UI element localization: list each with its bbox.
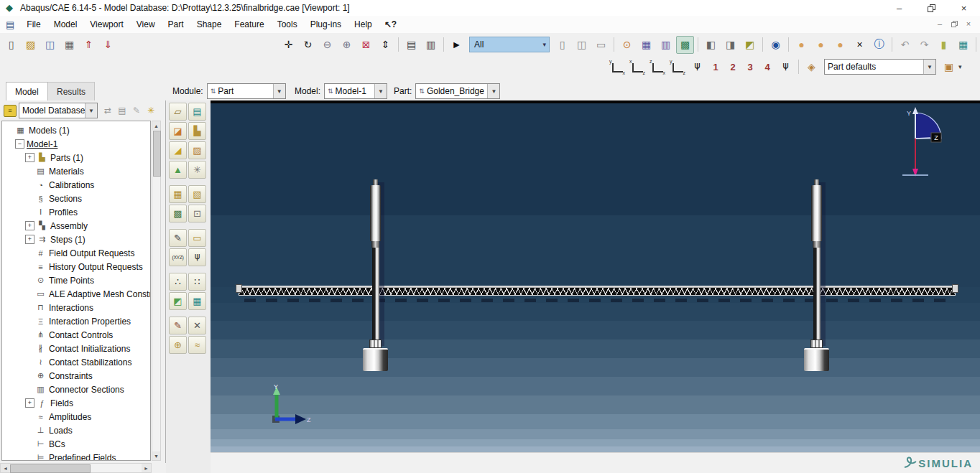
tree-item-connector-sections[interactable]: ▥Connector Sections: [2, 383, 150, 396]
selection-filter-dropdown[interactable]: All: [469, 37, 550, 52]
scrollbar-thumb[interactable]: [10, 464, 91, 473]
tree-horizontal-scrollbar[interactable]: ◄ ►: [0, 463, 152, 473]
globe-icon[interactable]: ◉: [767, 36, 785, 54]
tree-item-interactions[interactable]: ⊓Interactions: [2, 301, 150, 314]
compass-toggle-icon[interactable]: ▭: [592, 36, 610, 54]
attach-tool[interactable]: ⊕: [169, 336, 187, 354]
perspective-icon[interactable]: ◩: [741, 36, 759, 54]
feature-manager-tool[interactable]: ▦: [169, 185, 187, 203]
annotation-list-icon[interactable]: ▥: [422, 36, 440, 54]
color-code-icon[interactable]: ▦: [954, 36, 972, 54]
tree-item-contact-initializations[interactable]: ∦Contact Initializations: [2, 342, 150, 355]
expander-icon[interactable]: +: [25, 153, 34, 162]
sketch-tool[interactable]: ✎: [169, 229, 187, 247]
menu-part[interactable]: Part: [162, 17, 190, 32]
tree-item-history-output-requests[interactable]: ≡History Output Requests: [2, 260, 150, 273]
pan-view-icon[interactable]: ✛: [279, 36, 297, 54]
light-b-icon[interactable]: ●: [812, 36, 830, 54]
partition-point-tool[interactable]: ∴: [169, 273, 187, 291]
tree-item-models-1-[interactable]: ▦Models (1): [2, 123, 150, 137]
menu-feature[interactable]: Feature: [228, 17, 270, 32]
tree-item-parts-1-[interactable]: +▙Parts (1): [2, 151, 150, 164]
zoom-out-icon[interactable]: ⊖: [318, 36, 336, 54]
expander-icon[interactable]: +: [25, 235, 34, 244]
scroll-up-icon[interactable]: ▲: [152, 121, 160, 130]
expander-icon[interactable]: −: [15, 139, 24, 149]
create-cut-tool[interactable]: ▨: [188, 141, 206, 159]
view-zx-icon[interactable]: zx: [650, 60, 665, 74]
menu-help[interactable]: Help: [348, 17, 379, 32]
chevron-down-icon[interactable]: ▼: [374, 84, 387, 98]
chevron-down-icon[interactable]: ▼: [273, 84, 285, 98]
tree-item-predefined-fields[interactable]: ⊨Predefined Fields: [2, 451, 150, 461]
marker-x-icon[interactable]: ×: [851, 36, 869, 54]
print-icon[interactable]: ▦: [60, 36, 78, 54]
tree-item-contact-controls[interactable]: ⋔Contact Controls: [2, 328, 150, 342]
dropdown-caret-icon[interactable]: ▾: [958, 63, 962, 70]
list-view-icon[interactable]: ▤: [116, 104, 129, 117]
partition-cell-tool[interactable]: ▦: [188, 292, 206, 310]
menu-model[interactable]: Model: [47, 17, 84, 32]
view-number-3[interactable]: 3: [741, 62, 759, 72]
link-viewports-icon[interactable]: ▯: [553, 36, 571, 54]
tree-item-contact-stabilizations[interactable]: ≀Contact Stabilizations: [2, 355, 150, 369]
create-shell-tool[interactable]: ▙: [188, 122, 206, 140]
tree-item-model-1[interactable]: −Model-1: [2, 137, 150, 151]
partition-axis-tool[interactable]: ∷: [188, 273, 206, 291]
tree-item-fields[interactable]: +ƒFields: [2, 396, 150, 410]
mirror-tool[interactable]: ✳: [188, 161, 206, 179]
tree-item-constraints[interactable]: ⊕Constraints: [2, 369, 150, 383]
light-c-icon[interactable]: ●: [831, 36, 849, 54]
redo-icon[interactable]: ↷: [915, 36, 933, 54]
visual-options-icon[interactable]: ▣: [940, 58, 958, 76]
highlight-icon[interactable]: ⊙: [618, 36, 636, 54]
context-help-icon[interactable]: ↖?: [384, 19, 397, 29]
menu-viewport[interactable]: Viewport: [83, 17, 129, 32]
tree-item-ale-adaptive-mesh-constr[interactable]: ▭ALE Adaptive Mesh Constr: [2, 287, 150, 301]
view-xy-icon[interactable]: yx: [609, 60, 625, 74]
scroll-left-icon[interactable]: ◄: [1, 464, 10, 472]
create-part-tool[interactable]: ▱: [169, 103, 187, 121]
blend-tool[interactable]: ▲: [169, 161, 187, 179]
view-xz-icon[interactable]: xz: [629, 60, 645, 74]
mdi-restore-button[interactable]: [947, 17, 961, 30]
tree-item-interaction-properties[interactable]: ΞInteraction Properties: [2, 314, 150, 328]
save-model-icon[interactable]: ◫: [41, 36, 59, 54]
mdi-minimize-button[interactable]: –: [933, 17, 947, 30]
tree-item-time-points[interactable]: ⊙Time Points: [2, 273, 150, 287]
menu-file[interactable]: File: [20, 17, 47, 32]
light-a-icon[interactable]: ●: [792, 36, 810, 54]
tree-item-field-output-requests[interactable]: #Field Output Requests: [2, 246, 150, 260]
scroll-down-icon[interactable]: ▼: [152, 451, 160, 460]
expander-icon[interactable]: +: [25, 221, 34, 230]
document-icon[interactable]: ▤: [6, 19, 14, 30]
group-manager-icon[interactable]: ▮: [935, 36, 953, 54]
create-solid-tool[interactable]: ◪: [169, 122, 187, 140]
chevron-down-icon[interactable]: ▼: [487, 84, 499, 98]
view-yz-icon[interactable]: yz: [670, 60, 685, 74]
scrollbar-thumb[interactable]: [153, 131, 161, 177]
view-number-1[interactable]: 1: [707, 62, 724, 72]
tree-vertical-scrollbar[interactable]: ▲ ▼: [152, 121, 161, 461]
viewport-annotations-icon[interactable]: ◫: [573, 36, 591, 54]
tab-results[interactable]: Results: [47, 82, 95, 100]
edit-icon[interactable]: ✎: [130, 104, 143, 117]
menu-tools[interactable]: Tools: [271, 17, 304, 32]
menu-shape[interactable]: Shape: [190, 17, 228, 32]
menu-view[interactable]: View: [130, 17, 162, 32]
module-select[interactable]: ⇅ Part ▼: [207, 83, 286, 99]
iso-axis-icon[interactable]: ⋔: [688, 58, 706, 76]
options-icon[interactable]: ✳: [144, 104, 157, 117]
query-list-icon[interactable]: ▤: [402, 36, 420, 54]
tree-item-sections[interactable]: §Sections: [2, 192, 150, 205]
part-manager-tool[interactable]: ▤: [188, 103, 206, 121]
view-number-2[interactable]: 2: [724, 62, 741, 72]
select-cursor-icon[interactable]: ►: [448, 36, 466, 54]
open-model-icon[interactable]: ▨: [22, 36, 40, 54]
view-number-4[interactable]: 4: [759, 62, 776, 72]
create-wire-tool[interactable]: ◢: [169, 141, 187, 159]
partition-face-tool[interactable]: ◩: [169, 292, 187, 310]
repair-tool[interactable]: ⊡: [188, 205, 206, 223]
sync-icon[interactable]: ⇄: [101, 104, 114, 117]
tools-axe-tool[interactable]: ✕: [188, 317, 206, 334]
